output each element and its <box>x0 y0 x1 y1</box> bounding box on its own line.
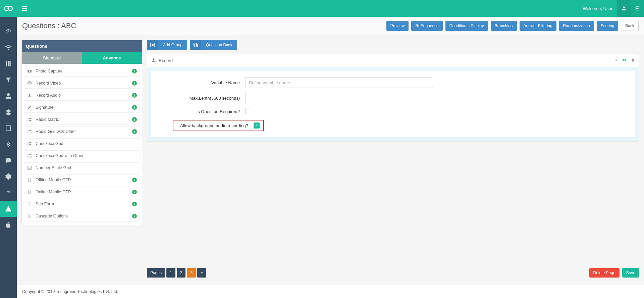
question-type-item[interactable]: Checkbox Grid <box>24 138 140 149</box>
nav-layers[interactable] <box>0 104 17 120</box>
nav-help[interactable]: ? <box>0 185 17 201</box>
collapse-toggle[interactable] <box>614 58 618 63</box>
alert-icon <box>5 205 12 212</box>
input-variable-name[interactable] <box>245 77 433 88</box>
question-type-icon <box>27 213 32 219</box>
page-3[interactable]: 3 <box>187 268 196 278</box>
back-button[interactable]: Back <box>621 21 639 31</box>
page-add[interactable]: + <box>197 268 206 278</box>
question-type-item[interactable]: Radio Matrixi <box>24 114 140 125</box>
card-title-row: Record <box>151 58 173 63</box>
svg-rect-17 <box>28 156 32 158</box>
nav-library[interactable] <box>0 56 17 72</box>
user-menu[interactable] <box>617 0 631 17</box>
question-type-item[interactable]: Checkbox Grid with Other <box>24 150 140 161</box>
answer-filtering-button[interactable]: Answer Filtering <box>520 21 556 31</box>
nav-dashboard[interactable] <box>0 23 17 40</box>
svg-point-5 <box>28 120 29 121</box>
scoring-button[interactable]: Scoring <box>597 21 619 31</box>
randomization-button[interactable]: Randomization <box>559 21 594 31</box>
question-type-item[interactable]: Online Mobile OTPi <box>24 187 140 197</box>
question-type-label: Record Video <box>36 81 61 86</box>
page-header: Questions : ABC Preview ReSequence Condi… <box>17 17 644 35</box>
nav-settings[interactable] <box>0 168 17 185</box>
checkbox-allow-background[interactable]: ✓ <box>254 122 260 129</box>
info-icon[interactable]: i <box>132 69 137 73</box>
question-type-icon <box>27 81 32 86</box>
card-title: Record <box>159 58 173 63</box>
filter-icon <box>5 77 12 83</box>
questions-panel-heading: Questions <box>22 40 142 52</box>
logo-icon <box>4 5 13 11</box>
delete-card-button[interactable] <box>631 58 635 63</box>
svg-point-26 <box>30 216 31 216</box>
question-type-list: Photo CaptureiRecord VideoiRecord Audioi… <box>22 64 142 225</box>
question-type-item[interactable]: Photo Capturei <box>24 66 140 77</box>
question-bank-label: Question Bank <box>205 43 237 47</box>
question-type-item[interactable]: Signaturei <box>24 102 140 113</box>
question-bank-button[interactable]: Question Bank <box>190 40 237 50</box>
question-type-icon <box>27 201 32 207</box>
question-type-icon <box>27 68 32 74</box>
page-2[interactable]: 2 <box>177 268 186 278</box>
question-type-item[interactable]: Sub Formi <box>24 199 140 209</box>
tab-standard[interactable]: Standard <box>22 52 82 64</box>
branching-button[interactable]: Branching <box>491 21 517 31</box>
nav-tablet[interactable] <box>0 120 17 136</box>
resequence-button[interactable]: ReSequence <box>411 21 442 31</box>
question-type-item[interactable]: Record Videoi <box>24 78 140 89</box>
person-icon <box>5 93 12 99</box>
info-icon[interactable]: i <box>132 117 137 122</box>
info-icon[interactable]: i <box>132 214 137 218</box>
tab-advance[interactable]: Advance <box>82 52 142 64</box>
nav-alert[interactable] <box>0 201 17 217</box>
label-allow-background: Allow background audio recording? <box>180 123 254 128</box>
info-icon[interactable]: i <box>132 202 137 206</box>
preview-button[interactable]: Preview <box>386 21 409 31</box>
svg-point-24 <box>28 215 29 215</box>
svg-rect-14 <box>29 144 31 145</box>
logout-button[interactable] <box>631 0 644 17</box>
nav-filter[interactable] <box>0 72 17 88</box>
question-type-item[interactable]: Cascade Optionsi <box>24 211 140 221</box>
nav-users[interactable] <box>0 88 17 104</box>
nav-pricing[interactable] <box>0 136 17 152</box>
question-type-icon <box>27 177 32 183</box>
checkbox-required[interactable] <box>245 108 251 114</box>
question-type-item[interactable]: Record Audioi <box>24 90 140 101</box>
question-type-item[interactable]: Number Scale Grid <box>24 162 140 173</box>
info-icon[interactable]: i <box>132 105 137 110</box>
visibility-toggle[interactable] <box>622 58 627 63</box>
question-type-label: Offline Mobile OTP <box>36 178 71 182</box>
page-title: Questions : ABC <box>22 21 76 30</box>
wifi-icon <box>5 44 12 51</box>
nav-wifi[interactable] <box>0 40 17 56</box>
page-1[interactable]: 1 <box>166 268 175 278</box>
question-type-item[interactable]: Offline Mobile OTPi <box>24 175 140 185</box>
input-max-length[interactable] <box>245 93 433 103</box>
delete-page-button[interactable]: Delete Page <box>589 268 620 278</box>
info-icon[interactable]: i <box>132 178 137 182</box>
question-type-label: Radio Grid with Other <box>36 129 76 134</box>
menu-toggle-icon[interactable] <box>19 6 30 11</box>
info-icon[interactable]: i <box>132 93 137 98</box>
nav-apple[interactable] <box>0 217 17 233</box>
conditional-display-button[interactable]: Conditional Display <box>445 21 488 31</box>
svg-rect-12 <box>28 144 29 146</box>
save-button[interactable]: Save <box>622 268 639 278</box>
footer-copyright: Copyright © 2019 Techgrains Technologies… <box>17 285 644 298</box>
question-type-label: Checkbox Grid with Other <box>36 153 84 158</box>
info-icon[interactable]: i <box>132 129 137 134</box>
question-type-item[interactable]: Radio Grid with Otheri <box>24 126 140 137</box>
app-logo[interactable] <box>0 0 17 17</box>
question-icon: ? <box>5 189 12 196</box>
left-nav: ? <box>0 17 17 298</box>
nav-chat[interactable] <box>0 152 17 168</box>
question-type-icon <box>27 153 32 158</box>
add-group-button[interactable]: Add Group <box>147 40 187 50</box>
question-type-icon <box>27 189 32 195</box>
info-icon[interactable]: i <box>132 81 137 86</box>
info-icon[interactable]: i <box>132 190 137 194</box>
welcome-text: Welcome, User <box>578 6 617 11</box>
svg-rect-18 <box>28 166 32 170</box>
